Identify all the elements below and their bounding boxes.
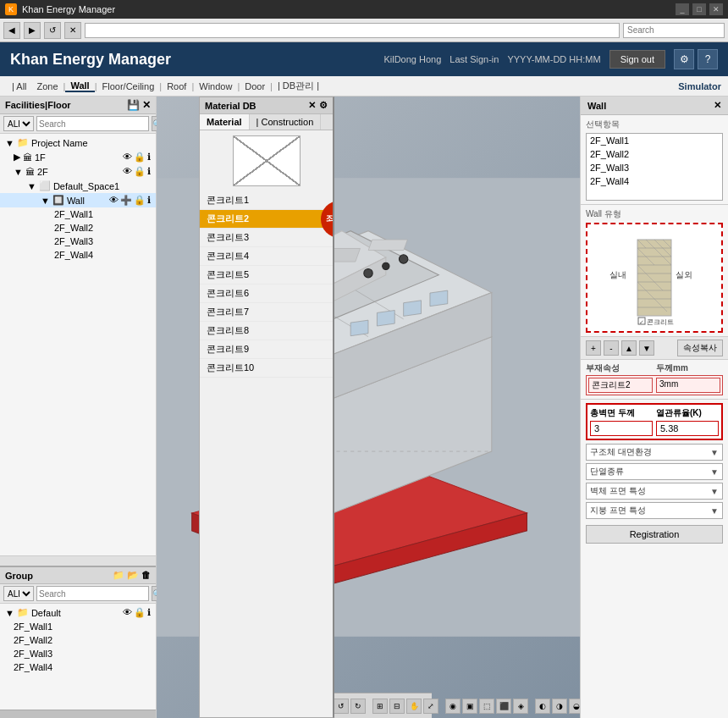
material-item-2[interactable]: 콘크리트2 좌클릭 (200, 210, 333, 229)
toolbar-pan[interactable]: ✋ (406, 699, 422, 714)
toolbar-right[interactable]: ◑ (552, 699, 567, 714)
group-folder-icon[interactable]: 📁 (113, 570, 124, 581)
back-btn[interactable]: ◀ (3, 22, 20, 39)
material-item-5[interactable]: 콘크리트5 (200, 266, 333, 284)
maximize-btn[interactable]: □ (692, 3, 706, 15)
group-wall3[interactable]: 2F_Wall3 (0, 647, 156, 660)
group-new-icon[interactable]: 📂 (127, 570, 139, 581)
settings-icon[interactable]: ⚙ (674, 49, 694, 69)
tree-2f[interactable]: ▼ 🏛 2F 👁 🔒 ℹ (0, 164, 156, 179)
nav-all[interactable]: | All (7, 81, 32, 91)
material-item-3[interactable]: 콘크리트3 (200, 229, 333, 247)
info-icon[interactable]: ℹ (147, 152, 151, 163)
insulation-dropdown[interactable]: 단열종류 ▼ (586, 463, 723, 480)
construction-tab[interactable]: | Construction (250, 114, 322, 130)
group-default[interactable]: ▼ 📁 Default 👁 🔒 ℹ (0, 605, 156, 620)
env-dropdown[interactable]: 구조체 대면환경 ▼ (586, 444, 723, 461)
tree-wall[interactable]: ▼ 🔲 Wall 👁 ➕ 🔒 ℹ (0, 193, 156, 207)
minimize-btn[interactable]: _ (676, 3, 689, 15)
eye-icon-2f[interactable]: 👁 (123, 166, 132, 177)
toolbar-zoom[interactable]: ⤢ (423, 699, 438, 714)
close-btn[interactable]: ✕ (709, 3, 723, 15)
group-info[interactable]: ℹ (147, 607, 151, 618)
wall-surface-dropdown[interactable]: 벽체 프면 특성 ▼ (586, 483, 723, 500)
group-search[interactable] (36, 586, 149, 601)
eye-icon[interactable]: 👁 (123, 152, 132, 163)
tree-2f-wall2[interactable]: 2F_Wall2 (0, 221, 156, 235)
simulator-btn[interactable]: Simulator (678, 81, 721, 91)
material-item-9[interactable]: 콘크리트9 (200, 340, 333, 359)
group-wall2[interactable]: 2F_Wall2 (0, 633, 156, 647)
add-icon-wall[interactable]: ➕ (120, 195, 132, 206)
up-layer-btn[interactable]: ▲ (621, 340, 637, 356)
forward-btn[interactable]: ▶ (24, 22, 41, 39)
toolbar-left[interactable]: ◐ (535, 699, 550, 714)
tree-2f-wall3[interactable]: 2F_Wall3 (0, 235, 156, 248)
facilities-hscroll[interactable] (0, 555, 156, 566)
stop-btn[interactable]: ✕ (64, 22, 81, 39)
toolbar-front[interactable]: ◒ (569, 699, 580, 714)
nav-roof[interactable]: Roof (162, 81, 191, 91)
tree-2f-wall1[interactable]: 2F_Wall1 (0, 207, 156, 221)
wall-list-item-2[interactable]: 2F_Wall2 (587, 147, 722, 161)
nav-zone[interactable]: Zone (32, 81, 63, 91)
wall-list-item-3[interactable]: 2F_Wall3 (587, 161, 722, 174)
toolbar-view1[interactable]: ⬚ (479, 699, 494, 714)
attr-copy-btn[interactable]: 속성복사 (677, 340, 723, 356)
wall-list-item-4[interactable]: 2F_Wall4 (587, 174, 722, 188)
add-layer-btn[interactable]: + (586, 340, 601, 356)
nav-db[interactable]: | DB관리 | (273, 80, 324, 92)
toolbar-redo[interactable]: ↻ (350, 699, 366, 714)
material-close-btn[interactable]: ✕ (308, 100, 316, 111)
toolbar-deselect[interactable]: ⊟ (389, 699, 405, 714)
search-bar[interactable] (623, 23, 725, 38)
group-eye[interactable]: 👁 (123, 607, 132, 618)
nav-window[interactable]: Window (194, 81, 237, 91)
toolbar-snap[interactable]: ◉ (445, 699, 461, 714)
facilities-close-icon[interactable]: ✕ (142, 99, 151, 111)
toolbar-3d[interactable]: ◈ (513, 699, 528, 714)
material-item-4[interactable]: 콘크리트4 (200, 247, 333, 266)
registration-btn[interactable]: Registration (586, 525, 723, 544)
toolbar-grid[interactable]: ▣ (462, 699, 477, 714)
group-filter-select[interactable]: ALL (3, 586, 34, 601)
material-item-1[interactable]: 콘크리트1 (200, 191, 333, 210)
tree-1f[interactable]: ▶ 🏛 1F 👁 🔒 ℹ (0, 150, 156, 164)
toolbar-view2[interactable]: ⬛ (496, 699, 511, 714)
eye-icon-wall[interactable]: 👁 (109, 195, 119, 206)
attr-material-val[interactable]: 콘크리트2 (588, 378, 653, 393)
facilities-save-icon[interactable]: 💾 (127, 99, 140, 111)
toolbar-undo[interactable]: ↺ (334, 699, 349, 714)
group-wall1[interactable]: 2F_Wall1 (0, 620, 156, 633)
group-lock[interactable]: 🔒 (134, 607, 146, 618)
group-hscroll[interactable] (0, 710, 156, 718)
roof-surface-dropdown[interactable]: 지붕 프면 특성 ▼ (586, 502, 723, 519)
material-item-10[interactable]: 콘크리트10 (200, 359, 333, 378)
info-icon-wall[interactable]: ℹ (147, 195, 151, 206)
material-item-8[interactable]: 콘크리트8 (200, 322, 333, 340)
tree-project[interactable]: ▼ 📁 Project Name (0, 135, 156, 150)
url-bar[interactable] (85, 23, 620, 38)
viewport[interactable]: Material DB ✕ ⚙ Material | Construction … (157, 97, 580, 718)
material-item-7[interactable]: 콘크리트7 (200, 303, 333, 322)
group-delete-icon[interactable]: 🗑 (141, 570, 151, 581)
nav-wall[interactable]: Wall (65, 80, 94, 92)
sign-out-button[interactable]: Sign out (609, 50, 665, 69)
nav-floor[interactable]: Floor/Ceiling (97, 81, 160, 91)
tree-default-space[interactable]: ▼ ⬜ Default_Space1 (0, 179, 156, 193)
help-icon[interactable]: ? (698, 49, 718, 69)
remove-layer-btn[interactable]: - (604, 340, 619, 356)
facilities-filter-select[interactable]: ALL (3, 116, 34, 131)
down-layer-btn[interactable]: ▼ (639, 340, 654, 356)
facilities-search[interactable] (36, 116, 149, 131)
nav-door[interactable]: Door (240, 81, 270, 91)
lock-icon-wall[interactable]: 🔒 (134, 195, 146, 206)
info-icon-2f[interactable]: ℹ (147, 166, 151, 177)
lock-icon[interactable]: 🔒 (134, 152, 146, 163)
toolbar-select[interactable]: ⊞ (372, 699, 388, 714)
group-wall4[interactable]: 2F_Wall4 (0, 660, 156, 674)
material-item-6[interactable]: 콘크리트6 (200, 284, 333, 303)
lock-icon-2f[interactable]: 🔒 (134, 166, 146, 177)
wall-list-item-1[interactable]: 2F_Wall1 (587, 134, 722, 147)
wall-panel-close[interactable]: ✕ (714, 100, 721, 111)
